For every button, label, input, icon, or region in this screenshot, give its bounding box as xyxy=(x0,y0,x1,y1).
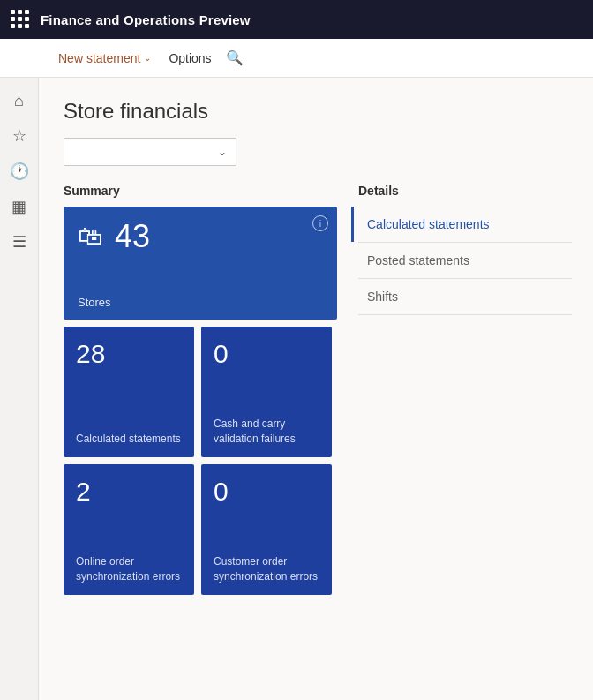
online-order-tile[interactable]: 2 Online order synchronization errors xyxy=(64,464,194,595)
detail-item-posted-statements[interactable]: Posted statements xyxy=(358,243,572,279)
sidebar-list-icon[interactable]: ☰ xyxy=(4,226,35,258)
bag-icon: 🛍 xyxy=(78,224,102,249)
customer-order-tile[interactable]: 0 Customer order synchronization errors xyxy=(201,464,332,595)
online-order-label: Online order synchronization errors xyxy=(76,554,182,584)
details-list: Calculated statements Posted statements … xyxy=(358,207,572,315)
info-icon[interactable]: i xyxy=(312,215,328,231)
stores-tile-inner: 🛍 43 xyxy=(78,221,323,252)
options-button[interactable]: Options xyxy=(161,48,218,69)
new-statement-label: New statement xyxy=(58,51,140,65)
calculated-statements-label: Calculated statements xyxy=(76,432,182,447)
stores-count: 43 xyxy=(115,221,150,252)
app-grid-icon[interactable] xyxy=(11,10,30,29)
detail-item-calculated-statements[interactable]: Calculated statements xyxy=(358,207,572,243)
tiles-grid: 28 Calculated statements 0 Cash and carr… xyxy=(64,327,337,595)
page-layout: ⌂ ☆ 🕐 ▦ ☰ Store financials ⌄ Summary 🛍 4… xyxy=(0,78,593,700)
chevron-down-icon: ⌄ xyxy=(218,146,227,158)
new-statement-chevron-icon: ⌄ xyxy=(144,53,151,63)
cash-carry-label: Cash and carry validation failures xyxy=(214,417,319,447)
page-title: Store financials xyxy=(64,99,572,124)
calculated-statements-tile[interactable]: 28 Calculated statements xyxy=(64,327,194,457)
detail-item-shifts[interactable]: Shifts xyxy=(358,279,572,315)
stores-tile[interactable]: 🛍 43 i Stores xyxy=(64,207,337,320)
online-order-count: 2 xyxy=(76,477,182,507)
app-title: Finance and Operations Preview xyxy=(41,12,251,27)
detail-item-posted-statements-label: Posted statements xyxy=(358,253,469,267)
main-content: Store financials ⌄ Summary 🛍 43 i Stores xyxy=(39,78,593,700)
customer-order-count: 0 xyxy=(214,477,319,507)
sidebar-favorites-icon[interactable]: ☆ xyxy=(4,120,35,152)
details-label: Details xyxy=(358,184,572,198)
summary-section: Summary 🛍 43 i Stores 28 Calculated sta xyxy=(64,184,337,595)
customer-order-label: Customer order synchronization errors xyxy=(214,554,319,584)
new-statement-button[interactable]: New statement ⌄ xyxy=(51,48,158,69)
summary-label: Summary xyxy=(64,184,337,198)
cash-carry-count: 0 xyxy=(214,339,319,369)
top-bar: Finance and Operations Preview xyxy=(0,0,593,39)
detail-item-shifts-label: Shifts xyxy=(358,290,398,304)
calculated-statements-count: 28 xyxy=(76,339,182,369)
sidebar: ⌂ ☆ 🕐 ▦ ☰ xyxy=(0,78,39,700)
sidebar-recents-icon[interactable]: 🕐 xyxy=(4,155,35,187)
detail-item-calculated-statements-label: Calculated statements xyxy=(358,217,490,231)
cash-carry-tile[interactable]: 0 Cash and carry validation failures xyxy=(201,327,332,457)
sidebar-home-icon[interactable]: ⌂ xyxy=(4,85,35,117)
content-row: Summary 🛍 43 i Stores 28 Calculated sta xyxy=(64,184,572,595)
store-dropdown[interactable]: ⌄ xyxy=(64,138,236,166)
details-section: Details Calculated statements Posted sta… xyxy=(358,184,572,315)
sidebar-grid-icon[interactable]: ▦ xyxy=(4,191,35,222)
search-icon[interactable]: 🔍 xyxy=(226,49,244,66)
toolbar: New statement ⌄ Options 🔍 xyxy=(0,39,593,78)
stores-label: Stores xyxy=(78,296,111,309)
